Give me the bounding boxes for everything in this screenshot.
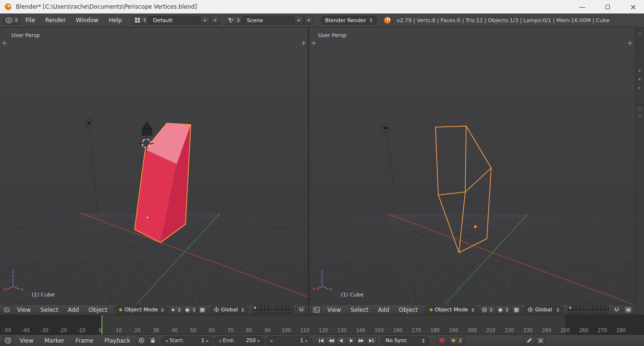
viewport-right[interactable]: User Persp (1) Cube + + z y x View [308,27,635,315]
jump-end-button[interactable] [366,336,377,345]
layer-toggle[interactable] [605,310,608,313]
layer-toggle[interactable] [597,310,601,313]
properties-editor-collapsed[interactable]: ▫ ▸ ▸ ▸ ○ ▫ [635,27,644,315]
expand-toolshelf-icon[interactable]: + [1,40,7,46]
layer-toggle[interactable] [261,310,264,313]
menu-file[interactable]: File [21,17,40,24]
snap-magnet-button[interactable] [297,306,306,314]
editor-type-button[interactable] [3,16,20,25]
layer-toggle[interactable] [290,306,293,309]
expand-properties-icon[interactable]: + [301,40,307,46]
current-frame-marker[interactable] [101,315,102,334]
editor-type-button[interactable] [2,336,13,345]
editor-type-button[interactable] [311,306,322,314]
layer-toggle[interactable] [601,306,605,309]
minimize-button[interactable]: — [571,0,593,13]
menu-render[interactable]: Render [40,17,71,24]
pivot-center-dropdown[interactable]: ◉ [184,306,197,314]
orientation-dropdown[interactable]: Global [523,306,563,314]
layer-toggle[interactable] [576,310,580,313]
layer-toggle[interactable] [580,306,583,309]
shading-dropdown[interactable] [480,306,495,314]
lock-time-button[interactable] [148,336,158,345]
layer-toggle[interactable] [286,306,289,309]
menu-marker[interactable]: Marker [39,337,69,344]
properties-tab-icon[interactable]: ▫ [638,31,641,36]
pivot-center-dropdown[interactable]: ◉ [496,306,510,314]
viewport-right-canvas[interactable]: User Persp (1) Cube + + z y x [309,27,635,304]
layer-toggle[interactable] [590,310,593,313]
auto-keyframe-record-button[interactable] [437,336,447,345]
layer-toggle[interactable] [584,306,587,309]
viewport-right-scene[interactable] [309,27,635,304]
play-button[interactable] [346,336,357,345]
layer-toggle[interactable] [594,306,597,309]
layer-toggle[interactable] [282,306,285,309]
menu-frame[interactable]: Frame [71,337,98,344]
orientation-dropdown[interactable]: Global [210,306,248,314]
menu-select[interactable]: Select [347,307,373,313]
mode-dropdown[interactable]: Object Mode [114,306,168,314]
scene-name-field[interactable]: Scene [243,16,294,25]
mode-dropdown[interactable]: Object Mode [425,306,479,314]
viewport-left[interactable]: User Persp (1) Cube + + z y x View [0,27,308,315]
layer-toggle[interactable] [286,310,289,313]
layer-toggle[interactable] [572,306,576,309]
increment-arrow-icon[interactable]: ▸ [206,338,209,343]
add-layout-button[interactable]: + [200,16,210,25]
editor-type-button[interactable] [2,306,12,314]
layer-toggle[interactable] [257,306,260,309]
manipulator-toggle-button[interactable]: ▦ [511,306,521,314]
preview-range-button[interactable] [136,336,147,345]
expand-toolshelf-icon[interactable]: + [311,40,317,46]
decrement-arrow-icon[interactable]: ◂ [165,338,168,343]
square-icon[interactable]: ▫ [638,114,641,119]
layer-toggle[interactable] [257,310,260,313]
camera-object[interactable] [142,122,152,135]
layer-toggle[interactable] [265,306,268,309]
unlink-scene-button[interactable]: × [304,16,314,25]
layer-toggle[interactable] [261,306,264,309]
render-engine-dropdown[interactable]: Blender Render [321,16,377,25]
decrement-arrow-icon[interactable]: ◂ [219,338,221,343]
snap-magnet-button[interactable] [612,306,621,314]
play-reverse-button[interactable] [336,336,347,345]
layer-toggle[interactable] [569,310,572,313]
prev-keyframe-button[interactable] [326,336,336,345]
menu-object[interactable]: Object [84,307,111,313]
maximize-button[interactable] [597,0,619,13]
layer-toggle[interactable] [269,306,272,309]
layer-toggle[interactable] [569,306,572,309]
increment-arrow-icon[interactable]: ▸ [305,338,308,343]
menu-select[interactable]: Select [36,307,62,313]
increment-arrow-icon[interactable]: ▸ [258,338,260,343]
layer-toggle[interactable] [274,310,278,313]
chevron-icon[interactable]: ▸ [639,77,641,81]
layer-toggle[interactable] [269,310,272,313]
layer-toggle[interactable] [278,310,282,313]
layer-toggle[interactable] [253,306,257,309]
chevron-icon[interactable]: ▸ [639,68,641,73]
start-frame-field[interactable]: ◂ Start: 1 ▸ [161,336,213,345]
layer-toggle[interactable] [601,310,605,313]
close-layout-button[interactable]: × [211,16,220,25]
menu-playback[interactable]: Playback [99,337,135,344]
timeline-ruler[interactable]: -50-40-30-20-100102030405060708090100110… [0,315,644,334]
lamp-object[interactable] [382,124,394,188]
layer-toggle[interactable] [580,310,583,313]
jump-start-button[interactable] [316,336,326,345]
layer-toggle[interactable] [282,310,285,313]
decrement-arrow-icon[interactable]: ◂ [270,338,272,343]
expand-properties-icon[interactable]: + [627,40,633,46]
chevron-icon[interactable]: ▸ [639,85,641,90]
menu-add[interactable]: Add [374,307,394,313]
delete-keyframe-button[interactable] [536,336,545,345]
manipulator-toggle-button[interactable]: ▦ [198,306,207,314]
menu-add[interactable]: Add [63,307,83,313]
menu-view[interactable]: View [323,307,345,313]
close-button[interactable]: × [622,0,644,13]
layer-toggle[interactable] [274,306,278,309]
circle-icon[interactable]: ○ [638,106,642,111]
layer-toggle[interactable] [605,306,608,309]
layer-toggle[interactable] [572,310,576,313]
